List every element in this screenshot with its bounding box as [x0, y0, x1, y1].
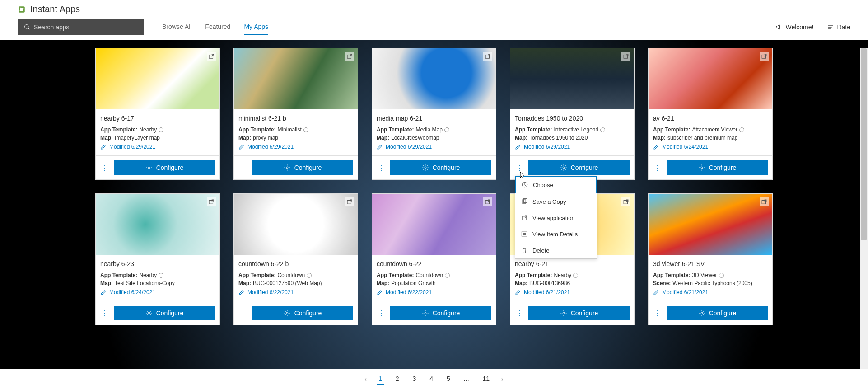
card-modified-row[interactable]: Modified 6/24/2021 [100, 289, 215, 295]
page-1[interactable]: 1 [377, 373, 384, 385]
dropdown-item-view-item-details[interactable]: View Item Details [515, 226, 597, 242]
sort-button[interactable]: Date [827, 23, 850, 31]
info-icon[interactable] [303, 127, 308, 132]
card-modified-row[interactable]: Modified 6/29/2021 [377, 144, 491, 150]
page-11[interactable]: 11 [481, 373, 492, 385]
info-icon[interactable] [573, 273, 578, 278]
dropdown-item-save-a-copy[interactable]: Save a Copy [515, 193, 597, 210]
page-2[interactable]: 2 [394, 373, 401, 385]
configure-button[interactable]: Configure [252, 306, 353, 320]
configure-button[interactable]: Configure [114, 306, 215, 320]
card-thumbnail[interactable] [234, 48, 358, 109]
configure-button[interactable]: Configure [528, 160, 630, 175]
info-icon[interactable] [159, 273, 163, 278]
app-card-grid: nearby 6-17 App Template: Nearby Map: Im… [95, 48, 773, 325]
page-4[interactable]: 4 [428, 373, 435, 385]
more-actions-button[interactable]: ⋮ [377, 309, 386, 318]
search-input-container[interactable] [18, 19, 144, 35]
scrollbar-thumb[interactable] [861, 48, 867, 240]
info-icon[interactable] [600, 127, 605, 132]
page-prev-button[interactable]: ‹ [364, 375, 367, 383]
app-card: 3d viewer 6-21 SV App Template: 3D Viewe… [648, 193, 773, 325]
more-actions-button[interactable]: ⋮ [100, 309, 109, 318]
card-modified-row[interactable]: Modified 6/29/2021 [100, 144, 215, 150]
more-actions-button[interactable]: ⋮ [653, 164, 662, 172]
card-template-line: App Template: Nearby [515, 272, 630, 278]
card-template-line: App Template: Attachment Viewer [653, 127, 768, 133]
configure-button[interactable]: Configure [390, 306, 491, 320]
choose-icon [521, 181, 528, 188]
svg-point-2 [25, 25, 28, 28]
open-in-new-icon[interactable] [345, 52, 354, 61]
configure-button[interactable]: Configure [528, 306, 630, 320]
modified-label: Modified 6/29/2021 [109, 144, 155, 150]
more-actions-button[interactable]: ⋮ [653, 309, 662, 318]
card-map-line: Map: Test Site Locations-Copy [100, 280, 215, 286]
configure-button[interactable]: Configure [114, 160, 215, 175]
open-in-new-icon[interactable] [621, 197, 630, 206]
open-in-new-icon[interactable] [207, 52, 216, 61]
info-icon[interactable] [739, 127, 744, 132]
dropdown-item-label: Choose [533, 182, 553, 188]
info-icon[interactable] [445, 273, 450, 278]
card-modified-row[interactable]: Modified 6/21/2021 [515, 289, 630, 295]
page-5[interactable]: 5 [445, 373, 452, 385]
app-card: media map 6-21 App Template: Media Map M… [372, 48, 496, 180]
card-modified-row[interactable]: Modified 6/22/2021 [238, 289, 353, 295]
info-icon[interactable] [719, 273, 724, 278]
nav-tab-browse-all[interactable]: Browse All [162, 19, 191, 35]
card-modified-row[interactable]: Modified 6/29/2021 [515, 144, 630, 150]
open-in-new-icon[interactable] [483, 52, 492, 61]
card-actions-dropdown: ChooseSave a CopyView applicationView It… [515, 176, 597, 259]
card-thumbnail[interactable] [510, 48, 634, 109]
edit-icon [515, 144, 521, 150]
card-modified-row[interactable]: Modified 6/24/2021 [653, 144, 768, 150]
configure-button[interactable]: Configure [390, 160, 491, 175]
dropdown-item-view-application[interactable]: View application [515, 210, 597, 226]
card-map-line: Map: LocalCitiesWebmap [377, 135, 491, 141]
more-actions-button[interactable]: ⋮ [515, 164, 524, 172]
dropdown-item-delete[interactable]: Delete [515, 242, 597, 258]
open-in-new-icon[interactable] [760, 52, 769, 61]
card-title: av 6-21 [653, 115, 768, 122]
nav-tab-featured[interactable]: Featured [205, 19, 230, 35]
open-in-new-icon[interactable] [621, 52, 630, 61]
svg-point-29 [425, 312, 426, 314]
scrollbar[interactable] [860, 48, 868, 369]
dropdown-item-choose[interactable]: Choose [515, 176, 597, 193]
more-actions-button[interactable]: ⋮ [377, 164, 386, 172]
more-actions-button[interactable]: ⋮ [238, 164, 247, 172]
card-thumbnail[interactable] [96, 48, 219, 109]
card-modified-row[interactable]: Modified 6/21/2021 [653, 289, 768, 295]
nav-tab-my-apps[interactable]: My Apps [244, 19, 268, 35]
card-modified-row[interactable]: Modified 6/29/2021 [238, 144, 353, 150]
card-thumbnail[interactable] [372, 48, 496, 109]
card-thumbnail[interactable] [96, 194, 219, 255]
more-actions-button[interactable]: ⋮ [100, 164, 109, 172]
page-3[interactable]: 3 [411, 373, 418, 385]
open-in-new-icon[interactable] [207, 197, 216, 206]
welcome-button[interactable]: Welcome! [775, 23, 813, 31]
card-thumbnail[interactable] [372, 194, 496, 255]
card-title: nearby 6-21 [515, 260, 630, 267]
info-icon[interactable] [159, 127, 163, 132]
info-icon[interactable] [307, 273, 312, 278]
configure-button[interactable]: Configure [667, 160, 768, 175]
card-thumbnail[interactable] [234, 194, 358, 255]
more-actions-button[interactable]: ⋮ [515, 309, 524, 318]
more-actions-button[interactable]: ⋮ [238, 309, 247, 318]
page-next-button[interactable]: › [501, 375, 504, 383]
card-modified-row[interactable]: Modified 6/22/2021 [377, 289, 491, 295]
info-icon[interactable] [444, 127, 449, 132]
open-in-new-icon[interactable] [760, 197, 769, 206]
card-thumbnail[interactable] [649, 194, 772, 255]
configure-button[interactable]: Configure [252, 160, 353, 175]
card-thumbnail[interactable] [649, 48, 772, 109]
search-input[interactable] [34, 23, 138, 31]
open-in-new-icon[interactable] [345, 197, 354, 206]
open-in-new-icon[interactable] [483, 197, 492, 206]
app-card: nearby 6-23 App Template: Nearby Map: Te… [95, 193, 220, 325]
edit-icon [377, 144, 383, 150]
configure-button[interactable]: Configure [667, 306, 768, 320]
app-card: av 6-21 App Template: Attachment Viewer … [648, 48, 773, 180]
